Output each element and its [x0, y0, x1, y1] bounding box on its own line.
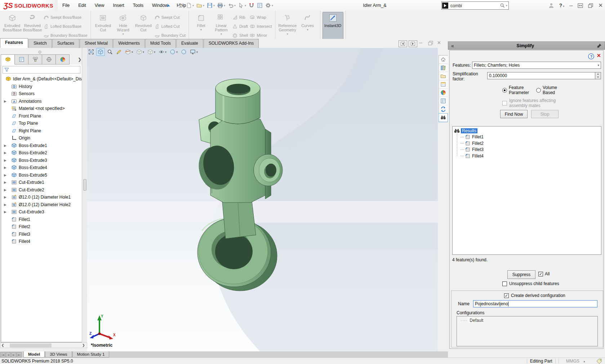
- configurations-list[interactable]: ···· Default: [457, 316, 598, 346]
- help-button[interactable]: ?▾: [559, 3, 565, 8]
- tab-surfaces[interactable]: Surfaces: [52, 39, 79, 48]
- close-pane-icon[interactable]: ✕: [597, 53, 601, 58]
- panel-splitter-handle[interactable]: [38, 50, 41, 54]
- tree-item-cut-extrude2[interactable]: ▶Cut-Extrude2: [1, 186, 82, 194]
- tree-item-annotations[interactable]: ▶AAnnotations: [1, 98, 82, 105]
- menu-insert[interactable]: Insert: [109, 0, 128, 11]
- panel-splitter-grip[interactable]: [83, 179, 86, 191]
- graphics-viewport[interactable]: ▾▾▾▾▾▾: [87, 48, 438, 351]
- doc-tab-motion-study-1[interactable]: Motion Study 1: [72, 351, 110, 358]
- restore-button[interactable]: [588, 3, 593, 8]
- rib-button[interactable]: Rib: [232, 13, 248, 21]
- suppress-button[interactable]: Suppress: [507, 270, 535, 279]
- config-name-input[interactable]: Pojednostavljeno: [473, 300, 597, 307]
- new-document-button[interactable]: ▾: [185, 2, 195, 9]
- tree-item-cut-extrude1[interactable]: ▶Cut-Extrude1: [1, 179, 82, 186]
- panel-splitter[interactable]: [82, 48, 88, 342]
- menu-edit[interactable]: Edit: [74, 0, 90, 11]
- extruded-boss-base-button[interactable]: ExtrudedBoss/Base: [2, 12, 22, 40]
- draft-button[interactable]: Draft: [232, 22, 248, 30]
- magnified-selection-button[interactable]: [248, 2, 255, 9]
- revolved-cut-button[interactable]: RevolvedCut: [133, 12, 154, 40]
- shell-button[interactable]: Shell: [232, 31, 248, 39]
- tab-weldments[interactable]: Weldments: [113, 39, 145, 48]
- tree-item-front-plane[interactable]: Front Plane: [1, 112, 82, 120]
- doc-tab-3d-views[interactable]: 3D Views: [45, 351, 72, 358]
- close-button[interactable]: ✕: [598, 2, 603, 9]
- solidworks-forum-tab[interactable]: [439, 105, 448, 114]
- select-button[interactable]: ▾: [237, 2, 247, 9]
- help-icon[interactable]: ?: [588, 53, 594, 59]
- unsuppress-child-checkbox[interactable]: Unsuppress child features: [502, 281, 559, 286]
- print-button[interactable]: ▾: [216, 2, 226, 9]
- result-item-fillet2[interactable]: Fillet2: [461, 140, 601, 147]
- tab-features[interactable]: Features: [0, 38, 28, 48]
- tree-item-material-not-specified-[interactable]: Material <not specified>: [1, 105, 82, 112]
- tab-sketch[interactable]: Sketch: [28, 39, 52, 48]
- simplification-factor-input[interactable]: 0.100000: [487, 72, 595, 79]
- boundary-cut-button[interactable]: Boundary Cut: [154, 31, 186, 39]
- tree-item-cut-extrude3[interactable]: ▶Cut-Extrude3: [1, 208, 82, 216]
- tree-item-origin[interactable]: Origin: [1, 134, 82, 142]
- doc-tab-model[interactable]: Model: [23, 351, 45, 358]
- linear-pattern-button[interactable]: LinearPattern▾: [211, 12, 231, 40]
- menu-view[interactable]: View: [91, 0, 108, 11]
- tree-horizontal-scrollbar[interactable]: ❮ ❯: [0, 342, 87, 348]
- child-restore-button[interactable]: [428, 41, 433, 45]
- scrollbar-thumb[interactable]: [10, 343, 52, 347]
- tab-evaluate[interactable]: Evaluate: [176, 39, 203, 48]
- tree-item-fillet1[interactable]: Fillet1: [1, 216, 82, 223]
- tag-icon[interactable]: [596, 359, 602, 364]
- tab-solidworks-add-ins[interactable]: SOLIDWORKS Add-Ins: [204, 39, 259, 48]
- resize-button[interactable]: [578, 3, 583, 8]
- displaymanager-tab[interactable]: [56, 54, 70, 65]
- factor-spinner[interactable]: ▲▼: [595, 72, 601, 79]
- tree-item--12-0-12-diameter-hole2[interactable]: ▶Ø12.0 (12) Diameter Hole2: [1, 201, 82, 209]
- search-magnifier-icon[interactable]: [500, 3, 505, 8]
- minimize-button[interactable]: ─: [569, 3, 573, 8]
- feature-parameter-radio[interactable]: FeatureParameter: [502, 85, 529, 95]
- open-button[interactable]: ▾: [195, 2, 205, 9]
- user-account-icon[interactable]: [548, 3, 554, 8]
- tab-sheet-metal[interactable]: Sheet Metal: [80, 39, 113, 48]
- features-dropdown[interactable]: Fillets; Chamfers; Holes ▾: [472, 62, 601, 69]
- view-palette-tab[interactable]: [439, 80, 448, 89]
- search-results-tab[interactable]: [439, 114, 448, 122]
- tree-item-fillet2[interactable]: Fillet2: [1, 223, 82, 231]
- swept-boss-base-button[interactable]: Swept Boss/Base: [43, 13, 88, 21]
- child-minimize-button[interactable]: ─: [419, 40, 422, 45]
- first-tab-button[interactable]: |◀: [0, 352, 5, 358]
- tree-filter-input[interactable]: [3, 66, 80, 74]
- tree-item-right-plane[interactable]: Right Plane: [1, 127, 82, 135]
- revolved-boss-base-button[interactable]: RevolvedBoss/Base: [22, 12, 43, 40]
- result-item-fillet4[interactable]: Fillet4: [461, 153, 601, 159]
- tree-item-boss-extrude2[interactable]: ▶Boss-Extrude2: [1, 149, 82, 157]
- ignore-features-checkbox[interactable]: Ignore features affectingassembly mates: [502, 98, 556, 108]
- lofted-boss-base-button[interactable]: Lofted Boss/Base: [43, 22, 88, 30]
- tree-root-item[interactable]: Idler Arm_& (Default<<Default>_Display: [1, 75, 82, 83]
- tree-item--12-0-12-diameter-hole1[interactable]: ▶Ø12.0 (12) Diameter Hole1: [1, 194, 82, 201]
- tab-mold-tools[interactable]: Mold Tools: [145, 39, 176, 48]
- tree-item-top-plane[interactable]: Top Plane: [1, 120, 82, 127]
- design-library-tab[interactable]: [439, 64, 448, 72]
- tree-item-fillet4[interactable]: Fillet4: [1, 238, 82, 245]
- dimxpertmanager-tab[interactable]: [42, 54, 56, 65]
- tree-item-history[interactable]: History: [1, 83, 82, 90]
- intersect-button[interactable]: Intersect: [249, 22, 272, 30]
- instant3d-button[interactable]: Instant3D: [322, 12, 343, 40]
- swept-cut-button[interactable]: Swept Cut: [154, 13, 186, 21]
- lofted-cut-button[interactable]: Lofted Cut: [154, 22, 186, 30]
- fillet-button[interactable]: Fillet▾: [191, 12, 211, 40]
- results-title[interactable]: Results: [461, 128, 477, 133]
- manager-tabs-overflow-icon[interactable]: ❯: [78, 57, 81, 62]
- pin-pane-icon[interactable]: [597, 43, 602, 48]
- menu-tools[interactable]: Tools: [129, 0, 147, 11]
- collapse-pane-icon[interactable]: «: [451, 43, 454, 49]
- prev-tab-button[interactable]: ◀: [6, 352, 11, 358]
- stop-button[interactable]: Stop: [531, 110, 559, 118]
- expand-pane-right-button[interactable]: [409, 40, 417, 47]
- boundary-boss-base-button[interactable]: Boundary Boss/Base: [43, 31, 88, 39]
- search-box[interactable]: combi ▾: [441, 1, 509, 10]
- curves-button[interactable]: Curves▾: [298, 12, 318, 40]
- mirror-button[interactable]: Mirror: [249, 31, 272, 39]
